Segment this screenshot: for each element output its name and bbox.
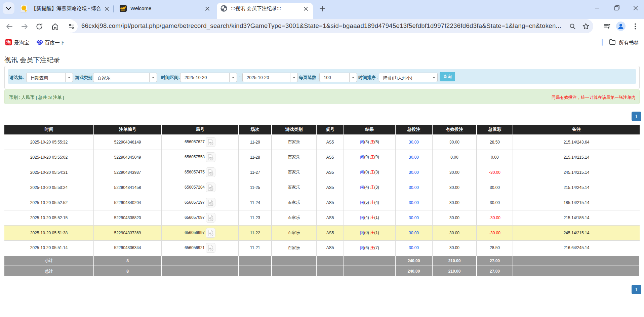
svg-text:du: du (38, 42, 41, 44)
